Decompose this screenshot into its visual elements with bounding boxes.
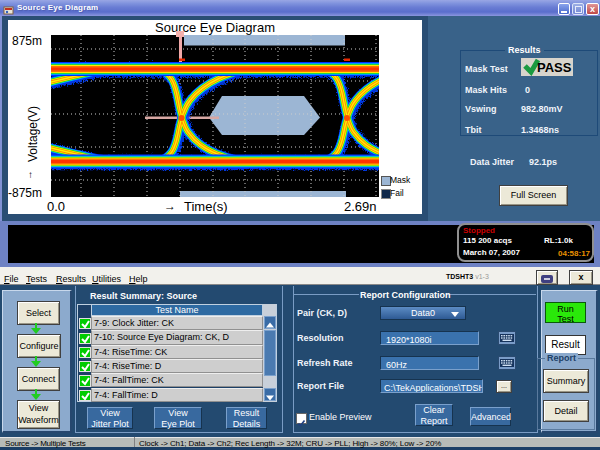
svg-text:PASS: PASS xyxy=(537,60,572,75)
